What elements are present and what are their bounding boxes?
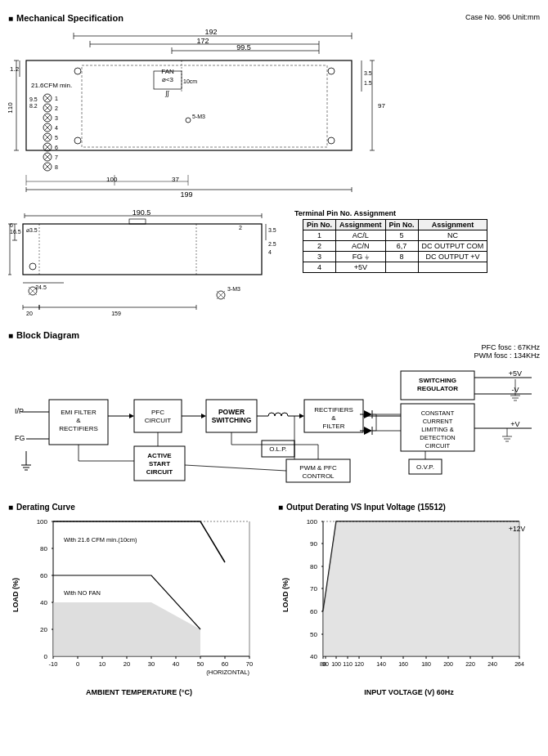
svg-text:O.V.P.: O.V.P.	[416, 463, 434, 471]
svg-marker-144	[201, 414, 206, 418]
svg-text:6: 6	[55, 145, 58, 150]
svg-text:⌀<3: ⌀<3	[162, 76, 174, 83]
svg-marker-244	[53, 575, 200, 656]
svg-rect-125	[129, 219, 146, 224]
derating-xlabel: AMBIENT TEMPERATURE (°C)	[8, 688, 270, 696]
svg-text:CURRENT: CURRENT	[423, 418, 453, 425]
svg-text:4: 4	[55, 125, 58, 131]
terminal-table-area: Terminal Pin No. Assignment Pin No. Assi…	[294, 209, 487, 273]
svg-text:LOAD (%): LOAD (%)	[281, 578, 290, 612]
terminal-title: Terminal Pin No. Assignment	[294, 209, 487, 217]
svg-marker-139	[129, 414, 134, 418]
svg-text:2: 2	[55, 105, 58, 111]
svg-text:CIRCUIT: CIRCUIT	[425, 442, 451, 450]
charts-row: Derating Curve 100 80 60 40	[8, 503, 540, 696]
svg-line-189	[185, 465, 286, 471]
svg-text:6: 6	[10, 222, 13, 228]
svg-text:180: 180	[421, 661, 431, 667]
svg-text:90: 90	[310, 540, 317, 548]
svg-text:90: 90	[322, 661, 329, 667]
svg-text:RECTIFIERS: RECTIFIERS	[59, 425, 98, 432]
svg-text:159: 159	[111, 311, 121, 316]
svg-text:97: 97	[378, 102, 385, 110]
mechanical-drawing-side: 190.5 6 16.5 50 ⌀3.5 24.5	[8, 209, 286, 324]
svg-text:3: 3	[55, 115, 58, 121]
svg-text:100: 100	[331, 661, 341, 667]
svg-text:START: START	[149, 460, 170, 467]
derating-chart-title: Derating Curve	[8, 503, 270, 512]
svg-text:LIMITING &: LIMITING &	[421, 426, 454, 433]
svg-text:100: 100	[307, 518, 318, 526]
svg-text:172: 172	[196, 37, 209, 45]
svg-text:60: 60	[310, 608, 317, 615]
svg-text:30: 30	[148, 660, 155, 668]
svg-text:192: 192	[204, 28, 217, 36]
svg-rect-90	[23, 224, 262, 275]
svg-text:70: 70	[246, 660, 253, 668]
svg-text:CONSTANT: CONSTANT	[421, 409, 455, 417]
svg-text:&: &	[76, 417, 81, 424]
block-diagram-header: Block Diagram	[8, 330, 540, 340]
svg-rect-140	[134, 400, 182, 432]
svg-text:-10: -10	[49, 660, 58, 668]
svg-text:70: 70	[310, 585, 317, 593]
svg-text:21.6CFM min.: 21.6CFM min.	[31, 82, 72, 89]
svg-text:160: 160	[398, 661, 408, 667]
svg-marker-289	[323, 521, 519, 656]
svg-text:CONTROL: CONTROL	[302, 472, 335, 480]
terminal-row-2: 2 AC/N 6,7 DC OUTPUT COM	[303, 241, 487, 252]
output-derating-xlabel: INPUT VOLTAGE (V) 60Hz	[278, 688, 540, 696]
svg-text:80: 80	[40, 545, 47, 552]
svg-point-62	[74, 137, 81, 144]
terminal-row-4: 4 +5V	[303, 262, 487, 273]
svg-point-63	[328, 137, 335, 144]
svg-text:110: 110	[343, 661, 353, 667]
svg-text:3.5: 3.5	[364, 70, 372, 76]
svg-rect-64	[82, 65, 327, 147]
svg-marker-150	[299, 414, 304, 418]
svg-text:20: 20	[26, 311, 33, 316]
svg-text:60: 60	[222, 660, 228, 668]
svg-text:5: 5	[55, 135, 58, 141]
svg-text:50: 50	[197, 660, 204, 668]
svg-text:200: 200	[443, 661, 453, 667]
svg-text:(HORIZONTAL): (HORIZONTAL)	[206, 669, 249, 676]
svg-text:9.5: 9.5	[29, 96, 38, 102]
svg-text:20: 20	[124, 660, 130, 668]
svg-text:199: 199	[180, 190, 192, 199]
terminal-table: Pin No. Assignment Pin No. Assignment 1 …	[303, 219, 487, 273]
page: Mechanical Specification Case No. 906 Un…	[0, 0, 548, 703]
svg-text:With 21.6 CFM min.(10cm): With 21.6 CFM min.(10cm)	[64, 536, 137, 544]
derating-chart-svg: 100 80 60 40 20 0 LOAD (%) -10	[8, 513, 266, 685]
svg-text:10cm: 10cm	[183, 78, 197, 84]
svg-text:PWM & PFC: PWM & PFC	[299, 464, 337, 472]
svg-text:220: 220	[465, 661, 475, 667]
svg-marker-192	[364, 410, 372, 418]
svg-text:3-M3: 3-M3	[227, 286, 240, 292]
svg-text:140: 140	[376, 661, 386, 667]
svg-text:1.2: 1.2	[10, 65, 20, 73]
block-diagram-svg: I/P FG EMI FILTER & RECTIFIERS PFC CIRCU…	[8, 355, 540, 498]
svg-text:CIRCUIT: CIRCUIT	[146, 468, 173, 476]
svg-text:80: 80	[310, 563, 317, 570]
svg-text:RECTIFIERS: RECTIFIERS	[314, 406, 353, 414]
svg-text:ACTIVE: ACTIVE	[147, 452, 172, 459]
svg-text:∫∫: ∫∫	[164, 90, 169, 97]
svg-text:8.2: 8.2	[29, 103, 38, 109]
svg-text:100: 100	[106, 176, 118, 183]
svg-text:8: 8	[55, 164, 58, 170]
mechanical-spec-section: Mechanical Specification Case No. 906 Un…	[8, 13, 540, 324]
case-info: Case No. 906 Unit:mm	[465, 13, 540, 21]
svg-text:110: 110	[8, 102, 14, 114]
svg-text:REGULATOR: REGULATOR	[417, 385, 458, 392]
svg-text:SWITCHING: SWITCHING	[419, 377, 456, 384]
svg-text:&: &	[331, 414, 336, 422]
mechanical-spec-header: Mechanical Specification	[8, 13, 540, 23]
svg-text:FG: FG	[15, 434, 25, 442]
svg-text:SWITCHING: SWITCHING	[212, 416, 252, 424]
svg-text:120: 120	[354, 661, 364, 667]
svg-text:50: 50	[310, 631, 317, 638]
col-pin-no-2: Pin No.	[385, 220, 418, 230]
svg-text:7: 7	[55, 154, 58, 160]
svg-text:POWER: POWER	[218, 408, 245, 416]
